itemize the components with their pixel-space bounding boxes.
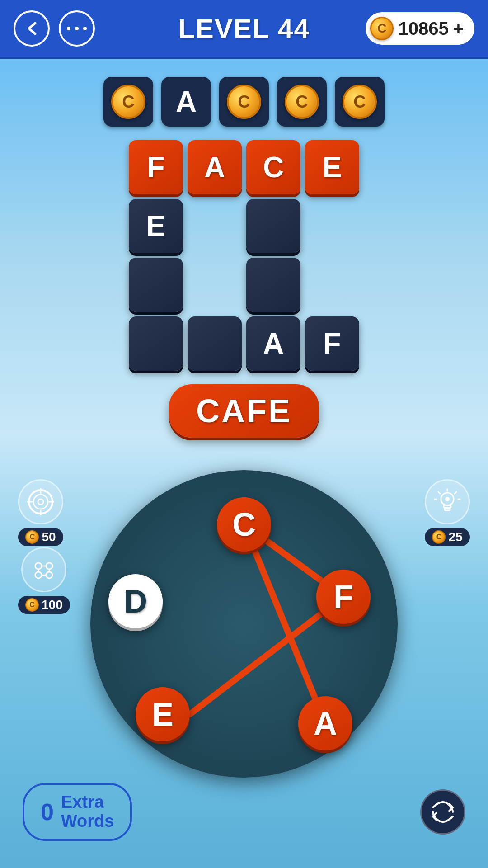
- svg-line-24: [438, 492, 440, 494]
- svg-point-2: [83, 27, 87, 30]
- cell-1-2: [246, 199, 300, 253]
- reward-tile-4: C: [277, 77, 327, 127]
- wheel-background: C F A E D: [90, 470, 398, 778]
- coins-badge: C 10865 +: [366, 12, 474, 45]
- cell-2-2: [246, 258, 300, 312]
- coin-icon: C: [370, 17, 394, 40]
- cell-0-1: A: [188, 140, 242, 194]
- extra-words-count: 0: [41, 798, 54, 826]
- header: LEVEL 44 C 10865 +: [0, 0, 488, 59]
- letter-wheel: C F A E D: [90, 470, 398, 778]
- cell-letter-f2: F: [323, 327, 341, 360]
- extra-words-button[interactable]: 0 ExtraWords: [23, 783, 132, 841]
- cell-2-3: [305, 258, 359, 312]
- brain-powerup-circle: [21, 547, 66, 592]
- cell-2-1: [188, 258, 242, 312]
- target-cost: C 50: [18, 528, 63, 546]
- brain-coin-icon: C: [25, 598, 39, 612]
- svg-point-11: [46, 563, 52, 569]
- bottom-bar: 0 ExtraWords: [0, 783, 488, 841]
- target-powerup[interactable]: C 50: [18, 479, 63, 546]
- cafe-display: CAFE: [0, 384, 488, 438]
- svg-point-10: [35, 563, 42, 569]
- level-title: LEVEL 44: [178, 13, 310, 44]
- cell-1-3: [305, 199, 359, 253]
- extra-words-label: ExtraWords: [61, 793, 114, 831]
- reward-coin-3: C: [227, 85, 261, 119]
- menu-button[interactable]: [59, 10, 95, 47]
- cell-0-0: F: [129, 140, 183, 194]
- reward-letter-a: A: [176, 85, 197, 118]
- hint-powerup-circle: [425, 479, 470, 524]
- svg-point-0: [67, 27, 70, 30]
- target-coin-icon: C: [25, 530, 39, 544]
- svg-point-26: [445, 497, 450, 501]
- reward-coin-1: C: [111, 85, 145, 119]
- back-button[interactable]: [14, 10, 50, 47]
- svg-point-12: [35, 572, 42, 578]
- wheel-letter-d[interactable]: D: [108, 574, 163, 628]
- cell-3-0: [129, 316, 183, 371]
- reward-row: C A C C C: [0, 77, 488, 127]
- hint-powerup[interactable]: C 25: [425, 479, 470, 546]
- wheel-letter-f[interactable]: F: [316, 570, 371, 624]
- reward-tile-3: C: [219, 77, 269, 127]
- reward-coin-4: C: [285, 85, 319, 119]
- reward-coin-5: C: [343, 85, 377, 119]
- shuffle-button[interactable]: [420, 789, 465, 835]
- coins-plus: +: [453, 19, 464, 39]
- reward-tile-1: C: [103, 77, 153, 127]
- brain-cost: C 100: [18, 596, 70, 614]
- svg-line-22: [455, 492, 456, 494]
- header-left: [14, 10, 95, 47]
- cell-3-1: [188, 316, 242, 371]
- wheel-letter-a[interactable]: A: [298, 696, 352, 750]
- svg-point-13: [46, 572, 52, 578]
- cell-2-0: [129, 258, 183, 312]
- hint-coin-icon: C: [432, 530, 446, 544]
- target-powerup-circle: [18, 479, 63, 524]
- coins-value: 10865: [398, 19, 448, 39]
- cell-letter-e: E: [146, 209, 166, 243]
- current-word: CAFE: [169, 384, 319, 438]
- cell-1-0: E: [129, 199, 183, 253]
- cell-0-3: E: [305, 140, 359, 194]
- cell-letter-a2: A: [263, 327, 284, 360]
- reward-tile-5: C: [335, 77, 385, 127]
- cell-1-1: [188, 199, 242, 253]
- wheel-letter-e[interactable]: E: [136, 687, 190, 741]
- svg-rect-19: [444, 505, 451, 508]
- crossword-grid: F A C E E A F: [129, 140, 359, 371]
- svg-point-4: [33, 495, 48, 509]
- reward-tile-2: A: [161, 77, 211, 127]
- brain-powerup[interactable]: C 100: [18, 547, 70, 614]
- cell-3-3: F: [305, 316, 359, 371]
- hint-cost: C 25: [425, 528, 469, 546]
- svg-rect-20: [445, 508, 450, 510]
- wheel-letter-c[interactable]: C: [217, 497, 271, 552]
- cell-0-2: C: [246, 140, 300, 194]
- svg-point-1: [75, 27, 79, 30]
- cell-3-2: A: [246, 316, 300, 371]
- svg-point-5: [38, 499, 43, 505]
